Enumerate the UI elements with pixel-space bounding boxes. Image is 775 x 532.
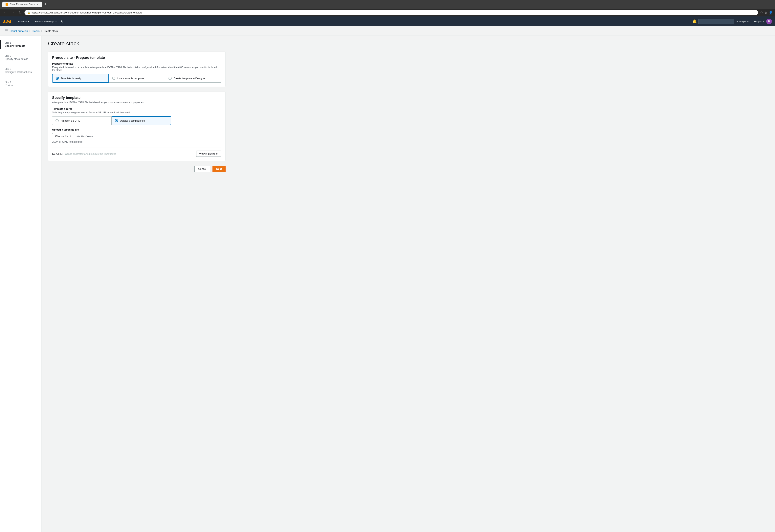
services-label: Services <box>17 20 27 23</box>
extensions-icon[interactable]: ⊕ <box>764 11 767 14</box>
breadcrumb: ☰ CloudFormation › Stacks › Create stack <box>0 26 775 36</box>
services-menu[interactable]: Services ▾ <box>15 16 32 26</box>
tab-title: CloudFormation - Stack <box>10 3 35 6</box>
prepare-template-label: Prepare template <box>52 62 221 65</box>
breadcrumb-current: Create stack <box>44 30 58 32</box>
choose-file-button[interactable]: Choose file ⬆ <box>52 133 74 139</box>
designer-template-radio-circle <box>168 77 172 80</box>
next-label: Next <box>216 167 222 170</box>
specify-template-card-body: Specify template A template is a JSON or… <box>48 92 225 161</box>
resource-groups-label: Resource Groups <box>34 20 55 23</box>
step-divider-3 <box>5 77 37 77</box>
sidebar-step-2[interactable]: Step 2 Specify stack details <box>0 53 41 62</box>
step-4-number: Step 4 <box>5 81 37 83</box>
sidebar-toggle-icon[interactable]: ☰ <box>5 29 8 33</box>
favorites-icon[interactable]: ★ <box>60 19 63 24</box>
next-button[interactable]: Next <box>212 166 225 172</box>
step-2-number: Step 2 <box>5 55 37 57</box>
s3-url-display: S3 URL: Will be generated when template … <box>52 152 116 155</box>
template-source-label: Template source <box>52 107 221 110</box>
file-format-hint: JSON or YAML formatted file <box>52 140 221 143</box>
no-file-chosen-text: No file chosen <box>76 135 93 138</box>
cancel-button[interactable]: Cancel <box>194 166 210 172</box>
reload-button[interactable]: ↻ <box>17 10 22 15</box>
aws-logo[interactable]: aws <box>3 19 11 24</box>
back-button[interactable]: ← <box>2 11 8 15</box>
s3-url-label: Amazon S3 URL <box>61 119 80 122</box>
support-menu[interactable]: Support ▾ <box>751 20 766 23</box>
main-layout: Step 1 Specify template Step 2 Specify s… <box>0 36 775 532</box>
bookmark-icon[interactable]: ☆ <box>760 11 763 14</box>
specify-template-card: Specify template A template is a JSON or… <box>48 92 225 161</box>
s3-url-section: S3 URL: Will be generated when template … <box>52 147 221 157</box>
sample-template-label: Use a sample template <box>117 77 144 80</box>
address-bar: ← → ↻ 🔒 https://console.aws.amazon.com/c… <box>0 9 775 16</box>
upload-label: Upload a template file <box>52 128 221 131</box>
step-2-label: Specify stack details <box>5 57 37 60</box>
breadcrumb-stacks[interactable]: Stacks <box>32 30 40 32</box>
prerequisite-section-title: Prerequisite - Prepare template <box>52 56 221 60</box>
upload-file-option[interactable]: Upload a template file <box>112 116 171 125</box>
prepare-template-desc: Every stack is based on a template. A te… <box>52 66 221 72</box>
breadcrumb-sep-1: › <box>30 30 30 32</box>
profile-icon[interactable]: 👤 <box>769 11 773 14</box>
step-3-label: Configure stack options <box>5 71 37 74</box>
template-source-radio-group: Amazon S3 URL Upload a template file <box>52 116 221 125</box>
region-label: N. Virginia <box>736 20 748 23</box>
sidebar: Step 1 Specify template Step 2 Specify s… <box>0 36 42 532</box>
nav-search-input[interactable] <box>698 19 734 24</box>
region-chevron-icon: ▾ <box>748 20 749 23</box>
upload-file-radio-dot <box>116 120 117 121</box>
s3-url-placeholder-text: Will be generated when template file is … <box>65 153 116 155</box>
new-tab-button[interactable]: + <box>44 2 47 7</box>
resource-groups-menu[interactable]: Resource Groups ▾ <box>32 16 59 26</box>
template-type-radio-group: Template is ready Use a sample template … <box>52 74 221 83</box>
aws-top-nav: aws Services ▾ Resource Groups ▾ ★ 🔔 N. … <box>0 16 775 26</box>
tab-close-button[interactable]: ✕ <box>36 3 39 6</box>
support-label: Support <box>753 20 763 23</box>
upload-section: Upload a template file Choose file ⬆ No … <box>52 128 221 143</box>
sidebar-step-4[interactable]: Step 4 Review <box>0 79 41 89</box>
content-area: Create stack Prerequisite - Prepare temp… <box>42 36 232 532</box>
designer-template-label: Create template in Designer <box>174 77 206 80</box>
address-actions: ☆ ⊕ 👤 <box>760 11 773 14</box>
s3-url-option[interactable]: Amazon S3 URL <box>52 116 112 125</box>
support-chevron-icon: ▾ <box>763 20 764 23</box>
view-in-designer-button[interactable]: View in Designer <box>196 151 221 157</box>
template-ready-label: Template is ready <box>61 77 81 80</box>
action-row: Cancel Next <box>48 166 225 175</box>
breadcrumb-cloudformation[interactable]: CloudFormation <box>10 30 28 32</box>
template-source-desc: Selecting a template generates an Amazon… <box>52 111 221 114</box>
url-text: https://console.aws.amazon.com/cloudform… <box>32 11 142 14</box>
specify-template-desc: A template is a JSON or YAML file that d… <box>52 101 221 104</box>
services-chevron-icon: ▾ <box>28 20 29 23</box>
upload-file-label: Upload a template file <box>120 119 145 122</box>
template-ready-radio-dot <box>56 77 58 79</box>
avatar-text: P <box>768 20 770 23</box>
step-1-label: Specify template <box>5 44 37 47</box>
page-title: Create stack <box>48 40 225 47</box>
step-4-label: Review <box>5 84 37 87</box>
designer-template-option[interactable]: Create template in Designer <box>165 74 221 83</box>
step-divider-2 <box>5 64 37 64</box>
user-avatar[interactable]: P <box>766 19 772 24</box>
choose-file-label: Choose file <box>55 135 68 138</box>
step-1-number: Step 1 <box>5 42 37 44</box>
resource-groups-chevron-icon: ▾ <box>55 20 56 23</box>
sidebar-step-3[interactable]: Step 3 Configure stack options <box>0 66 41 75</box>
cancel-label: Cancel <box>198 167 206 170</box>
prerequisite-card: Prerequisite - Prepare template Prepare … <box>48 52 225 87</box>
template-ready-option[interactable]: Template is ready <box>52 74 109 83</box>
sample-template-radio-circle <box>112 77 115 80</box>
browser-tab[interactable]: CloudFormation - Stack ✕ <box>2 2 42 7</box>
lock-icon: 🔒 <box>27 11 30 14</box>
specify-template-title: Specify template <box>52 96 221 100</box>
sidebar-step-1[interactable]: Step 1 Specify template <box>0 40 41 49</box>
url-bar[interactable]: 🔒 https://console.aws.amazon.com/cloudfo… <box>24 10 758 15</box>
s3-url-radio-circle <box>55 119 59 122</box>
aws-logo-text: aws <box>3 19 11 24</box>
forward-button[interactable]: → <box>10 11 15 15</box>
sample-template-option[interactable]: Use a sample template <box>109 74 165 83</box>
region-menu[interactable]: N. Virginia ▾ <box>734 20 752 23</box>
notifications-icon[interactable]: 🔔 <box>692 19 697 24</box>
